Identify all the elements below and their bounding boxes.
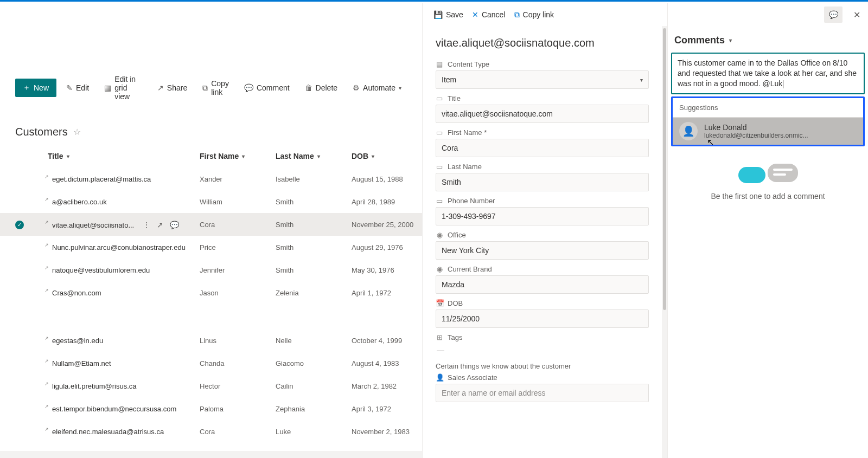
title-input[interactable]	[436, 105, 649, 123]
table-row[interactable]: ↗egestas@in.eduLinusNelleOctober 4, 1999	[0, 329, 422, 352]
text-icon: ▭	[436, 163, 443, 171]
chevron-down-icon: ▾	[67, 153, 69, 159]
new-button[interactable]: ＋ New	[15, 79, 56, 97]
row-title[interactable]: ↗eget.dictum.placerat@mattis.ca	[48, 175, 200, 183]
copy-link-label: Copy link	[211, 79, 229, 96]
comment-editor[interactable]: This customer came in to the Dallas Offi…	[671, 53, 865, 94]
office-input[interactable]	[436, 241, 649, 260]
panel-scrollbar[interactable]	[662, 26, 667, 458]
row-cell: Zephania	[276, 405, 352, 413]
close-panel-button[interactable]: ✕	[853, 10, 860, 20]
share-icon[interactable]: ↗	[157, 221, 163, 229]
comment-icon: 💬	[244, 83, 253, 92]
save-icon: 💾	[433, 10, 443, 19]
content-type-select[interactable]: Item ▾	[436, 70, 649, 89]
save-button[interactable]: 💾 Save	[433, 10, 463, 19]
row-title[interactable]: ↗Nullam@Etiam.net	[48, 359, 200, 367]
row-cell: Giacomo	[276, 359, 352, 367]
row-cell: Smith	[276, 266, 352, 274]
person-icon: 👤	[682, 125, 694, 137]
header-spacer	[0, 3, 422, 68]
row-title[interactable]: ↗Cras@non.com	[48, 289, 200, 297]
comment-icon[interactable]: 💬	[170, 221, 179, 229]
row-cell: Cora	[200, 221, 276, 229]
panel-body: vitae.aliquet@sociisnatoque.com ▤Content…	[423, 26, 662, 458]
open-icon: ↗	[44, 265, 49, 270]
row-title[interactable]: ↗natoque@vestibulumlorem.edu	[48, 266, 200, 274]
row-title[interactable]: ↗Nunc.pulvinar.arcu@conubianostraper.edu	[48, 243, 200, 251]
panel-copy-link-button[interactable]: ⧉ Copy link	[514, 10, 554, 20]
sales-associate-input[interactable]	[436, 384, 649, 402]
share-icon: ↗	[157, 83, 164, 92]
horizontal-scrollbar[interactable]	[0, 451, 422, 458]
grid-header-row: Title▾ First Name▾ Last Name▾ DOB▾	[0, 145, 422, 167]
comments-header[interactable]: Comments ▾	[674, 35, 865, 46]
scrollbar-thumb[interactable]	[663, 28, 666, 310]
brand-input[interactable]	[436, 275, 649, 294]
save-label: Save	[446, 10, 463, 19]
automate-button[interactable]: ⚙ Automate ▾	[347, 80, 407, 95]
share-button[interactable]: ↗ Share	[152, 80, 193, 95]
suggestion-name: Luke Donald	[704, 123, 808, 132]
section-note: Certain things we know about the custome…	[436, 362, 649, 370]
comment-button[interactable]: 💬 Comment	[239, 80, 295, 95]
table-row[interactable]: ↗Nullam@Etiam.netChandaGiacomoAugust 4, …	[0, 352, 422, 375]
table-row[interactable]: ↗Nunc.pulvinar.arcu@conubianostraper.edu…	[0, 236, 422, 259]
table-row[interactable]: ↗Cras@non.comJasonZeleniaApril 1, 1972	[0, 281, 422, 304]
table-row[interactable]: ↗est.tempor.bibendum@neccursusa.comPalom…	[0, 397, 422, 420]
edit-button[interactable]: ✎ Edit	[61, 80, 94, 95]
delete-button[interactable]: 🗑 Delete	[299, 80, 343, 95]
row-title[interactable]: ↗est.tempor.bibendum@neccursusa.com	[48, 405, 200, 413]
grid-rows: ↗eget.dictum.placerat@mattis.caXanderIsa…	[0, 167, 422, 443]
field-last-name: ▭Last Name	[436, 163, 649, 191]
row-title[interactable]: ↗ligula.elit.pretium@risus.ca	[48, 382, 200, 390]
col-header-last-name[interactable]: Last Name▾	[276, 152, 352, 160]
flow-icon: ⚙	[353, 83, 360, 92]
item-title: vitae.aliquet@sociisnatoque.com	[436, 37, 649, 49]
panel-copy-link-label: Copy link	[523, 10, 554, 19]
suggestion-item-luke-donald[interactable]: 👤 Luke Donald lukedonald@citizenbuilders…	[673, 118, 863, 145]
open-icon: ↗	[44, 404, 49, 409]
table-row[interactable]: ↗natoque@vestibulumlorem.eduJenniferSmit…	[0, 259, 422, 281]
phone-input[interactable]	[436, 207, 649, 225]
row-title[interactable]: ↗eleifend.nec.malesuada@atrisus.ca	[48, 428, 200, 436]
row-title[interactable]: ↗a@aclibero.co.uk	[48, 198, 200, 206]
suggestion-texts: Luke Donald lukedonald@citizenbuilders.o…	[704, 123, 808, 139]
text-icon: ▭	[436, 94, 443, 102]
row-title[interactable]: ↗egestas@in.edu	[48, 337, 200, 345]
table-row[interactable]: ↗ligula.elit.pretium@risus.caHectorCaili…	[0, 375, 422, 397]
dob-input[interactable]	[436, 309, 649, 328]
selected-check-icon[interactable]: ✓	[15, 221, 24, 229]
text-cursor	[783, 80, 783, 88]
chevron-down-icon: ▾	[399, 85, 401, 91]
table-row[interactable]: ✓↗vitae.aliquet@sociisnato... ⋮↗💬CoraSmi…	[0, 213, 422, 236]
field-current-brand: ◉Current Brand	[436, 265, 649, 294]
field-office: ◉Office	[436, 231, 649, 260]
edit-label: Edit	[76, 83, 89, 92]
copy-link-button[interactable]: ⧉ Copy link	[197, 76, 234, 100]
edit-in-grid-button[interactable]: ▦ Edit in grid view	[99, 72, 148, 104]
row-cell: Jason	[200, 289, 276, 297]
pencil-icon: ✎	[66, 83, 73, 92]
command-bar: ＋ New ✎ Edit ▦ Edit in grid view ↗ Share…	[0, 68, 422, 107]
more-icon[interactable]: ⋮	[143, 221, 150, 229]
edit-grid-label: Edit in grid view	[114, 75, 142, 101]
tags-value[interactable]: —	[436, 344, 649, 357]
first-name-input[interactable]	[436, 139, 649, 157]
automate-label: Automate	[363, 83, 395, 92]
last-name-input[interactable]	[436, 173, 649, 191]
comments-toggle-button[interactable]: 💬	[824, 7, 843, 23]
empty-comments-illustration	[738, 164, 798, 186]
chevron-down-icon: ▾	[729, 37, 732, 43]
favorite-star-icon[interactable]: ☆	[73, 127, 81, 137]
cancel-button[interactable]: ✕ Cancel	[472, 10, 506, 19]
open-icon: ↗	[44, 427, 49, 432]
table-row[interactable]: ↗eleifend.nec.malesuada@atrisus.caCoraLu…	[0, 420, 422, 443]
main-list-area: ＋ New ✎ Edit ▦ Edit in grid view ↗ Share…	[0, 3, 422, 458]
col-header-first-name[interactable]: First Name▾	[200, 152, 276, 160]
col-header-title[interactable]: Title▾	[48, 152, 200, 160]
table-row[interactable]: ↗eget.dictum.placerat@mattis.caXanderIsa…	[0, 167, 422, 190]
row-cell: Paloma	[200, 405, 276, 413]
row-title[interactable]: ↗vitae.aliquet@sociisnato... ⋮↗💬	[48, 221, 200, 229]
table-row[interactable]: ↗a@aclibero.co.ukWilliamSmithApril 28, 1…	[0, 190, 422, 213]
